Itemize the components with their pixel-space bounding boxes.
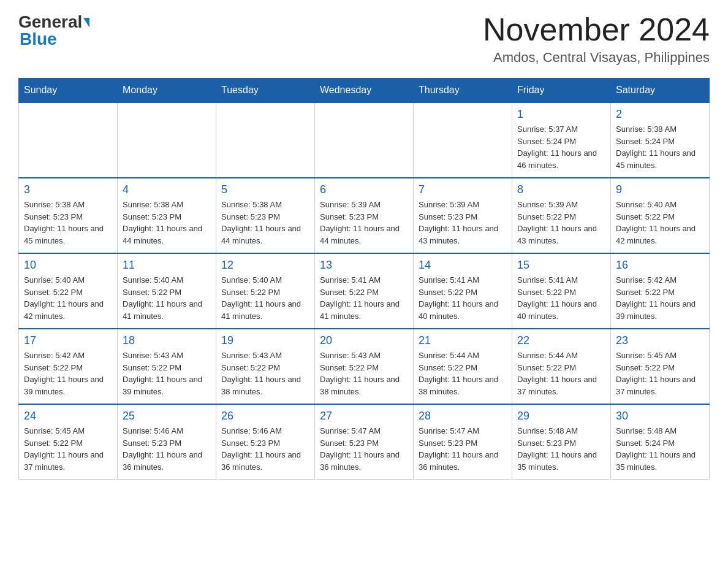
day-number: 11 [123, 259, 211, 272]
calendar-day-cell: 26Sunrise: 5:46 AMSunset: 5:23 PMDayligh… [216, 404, 315, 480]
day-info: Sunrise: 5:47 AMSunset: 5:23 PMDaylight:… [320, 425, 408, 473]
day-number: 2 [616, 108, 704, 121]
day-number: 3 [24, 183, 112, 196]
calendar-day-cell: 14Sunrise: 5:41 AMSunset: 5:22 PMDayligh… [414, 253, 512, 329]
calendar-day-cell [118, 102, 216, 178]
day-info: Sunrise: 5:45 AMSunset: 5:22 PMDaylight:… [616, 350, 704, 397]
day-info: Sunrise: 5:42 AMSunset: 5:22 PMDaylight:… [616, 274, 704, 322]
day-number: 23 [616, 334, 704, 347]
day-number: 18 [123, 334, 211, 347]
day-number: 19 [221, 334, 309, 347]
calendar-day-cell: 13Sunrise: 5:41 AMSunset: 5:22 PMDayligh… [315, 253, 414, 329]
day-of-week-header: Thursday [414, 79, 512, 103]
calendar-day-cell [19, 102, 118, 178]
day-number: 28 [419, 410, 507, 423]
location-subtitle: Amdos, Central Visayas, Philippines [483, 50, 710, 66]
calendar-day-cell: 8Sunrise: 5:39 AMSunset: 5:22 PMDaylight… [512, 178, 611, 253]
day-number: 13 [320, 259, 408, 272]
calendar-day-cell: 5Sunrise: 5:38 AMSunset: 5:23 PMDaylight… [216, 178, 315, 253]
day-info: Sunrise: 5:46 AMSunset: 5:23 PMDaylight:… [221, 425, 309, 473]
calendar-day-cell: 23Sunrise: 5:45 AMSunset: 5:22 PMDayligh… [611, 329, 710, 404]
day-number: 10 [24, 259, 112, 272]
day-info: Sunrise: 5:47 AMSunset: 5:23 PMDaylight:… [419, 425, 507, 473]
calendar-day-cell: 25Sunrise: 5:46 AMSunset: 5:23 PMDayligh… [118, 404, 216, 480]
day-info: Sunrise: 5:40 AMSunset: 5:22 PMDaylight:… [221, 274, 309, 322]
day-number: 12 [221, 259, 309, 272]
day-info: Sunrise: 5:44 AMSunset: 5:22 PMDaylight:… [419, 350, 507, 397]
day-info: Sunrise: 5:39 AMSunset: 5:23 PMDaylight:… [419, 199, 507, 247]
day-info: Sunrise: 5:41 AMSunset: 5:22 PMDaylight:… [320, 274, 408, 322]
day-of-week-header: Sunday [19, 79, 118, 103]
day-number: 9 [616, 183, 704, 196]
day-number: 15 [517, 259, 605, 272]
day-info: Sunrise: 5:40 AMSunset: 5:22 PMDaylight:… [616, 199, 704, 247]
day-number: 22 [517, 334, 605, 347]
day-number: 29 [517, 410, 605, 423]
day-info: Sunrise: 5:38 AMSunset: 5:24 PMDaylight:… [616, 123, 704, 171]
calendar-day-cell: 15Sunrise: 5:41 AMSunset: 5:22 PMDayligh… [512, 253, 611, 329]
day-info: Sunrise: 5:48 AMSunset: 5:24 PMDaylight:… [616, 425, 704, 473]
month-title: November 2024 [483, 12, 710, 47]
day-info: Sunrise: 5:48 AMSunset: 5:23 PMDaylight:… [517, 425, 605, 473]
calendar-day-cell: 1Sunrise: 5:37 AMSunset: 5:24 PMDaylight… [512, 102, 611, 178]
day-number: 21 [419, 334, 507, 347]
day-number: 14 [419, 259, 507, 272]
day-number: 6 [320, 183, 408, 196]
day-info: Sunrise: 5:38 AMSunset: 5:23 PMDaylight:… [123, 199, 211, 247]
day-info: Sunrise: 5:42 AMSunset: 5:22 PMDaylight:… [24, 350, 112, 397]
day-info: Sunrise: 5:37 AMSunset: 5:24 PMDaylight:… [517, 123, 605, 171]
day-info: Sunrise: 5:43 AMSunset: 5:22 PMDaylight:… [221, 350, 309, 397]
day-info: Sunrise: 5:39 AMSunset: 5:22 PMDaylight:… [517, 199, 605, 247]
day-number: 7 [419, 183, 507, 196]
calendar-day-cell: 7Sunrise: 5:39 AMSunset: 5:23 PMDaylight… [414, 178, 512, 253]
calendar-week-row: 1Sunrise: 5:37 AMSunset: 5:24 PMDaylight… [19, 102, 710, 178]
calendar-header-row: SundayMondayTuesdayWednesdayThursdayFrid… [19, 79, 710, 103]
day-of-week-header: Monday [118, 79, 216, 103]
day-info: Sunrise: 5:46 AMSunset: 5:23 PMDaylight:… [123, 425, 211, 473]
calendar-week-row: 24Sunrise: 5:45 AMSunset: 5:22 PMDayligh… [19, 404, 710, 480]
day-info: Sunrise: 5:43 AMSunset: 5:22 PMDaylight:… [320, 350, 408, 397]
day-number: 8 [517, 183, 605, 196]
logo-triangle-icon [83, 18, 89, 28]
calendar-day-cell: 27Sunrise: 5:47 AMSunset: 5:23 PMDayligh… [315, 404, 414, 480]
calendar-day-cell [216, 102, 315, 178]
calendar-day-cell: 30Sunrise: 5:48 AMSunset: 5:24 PMDayligh… [611, 404, 710, 480]
day-number: 30 [616, 410, 704, 423]
day-info: Sunrise: 5:38 AMSunset: 5:23 PMDaylight:… [24, 199, 112, 247]
calendar-day-cell: 16Sunrise: 5:42 AMSunset: 5:22 PMDayligh… [611, 253, 710, 329]
calendar-day-cell: 2Sunrise: 5:38 AMSunset: 5:24 PMDaylight… [611, 102, 710, 178]
calendar-day-cell: 19Sunrise: 5:43 AMSunset: 5:22 PMDayligh… [216, 329, 315, 404]
page-header: General Blue November 2024 Amdos, Centra… [18, 12, 710, 66]
day-info: Sunrise: 5:40 AMSunset: 5:22 PMDaylight:… [123, 274, 211, 322]
day-number: 4 [123, 183, 211, 196]
day-number: 27 [320, 410, 408, 423]
calendar-day-cell: 18Sunrise: 5:43 AMSunset: 5:22 PMDayligh… [118, 329, 216, 404]
calendar-day-cell: 11Sunrise: 5:40 AMSunset: 5:22 PMDayligh… [118, 253, 216, 329]
calendar-day-cell: 29Sunrise: 5:48 AMSunset: 5:23 PMDayligh… [512, 404, 611, 480]
day-number: 20 [320, 334, 408, 347]
logo: General Blue [18, 12, 89, 49]
calendar-day-cell: 28Sunrise: 5:47 AMSunset: 5:23 PMDayligh… [414, 404, 512, 480]
day-info: Sunrise: 5:39 AMSunset: 5:23 PMDaylight:… [320, 199, 408, 247]
calendar-day-cell: 22Sunrise: 5:44 AMSunset: 5:22 PMDayligh… [512, 329, 611, 404]
calendar-table: SundayMondayTuesdayWednesdayThursdayFrid… [18, 78, 710, 480]
calendar-day-cell: 10Sunrise: 5:40 AMSunset: 5:22 PMDayligh… [19, 253, 118, 329]
day-number: 5 [221, 183, 309, 196]
day-number: 16 [616, 259, 704, 272]
calendar-week-row: 3Sunrise: 5:38 AMSunset: 5:23 PMDaylight… [19, 178, 710, 253]
calendar-day-cell: 9Sunrise: 5:40 AMSunset: 5:22 PMDaylight… [611, 178, 710, 253]
day-number: 25 [123, 410, 211, 423]
day-number: 26 [221, 410, 309, 423]
logo-blue-text: Blue [20, 29, 57, 49]
day-of-week-header: Friday [512, 79, 611, 103]
calendar-day-cell: 4Sunrise: 5:38 AMSunset: 5:23 PMDaylight… [118, 178, 216, 253]
day-of-week-header: Tuesday [216, 79, 315, 103]
calendar-week-row: 17Sunrise: 5:42 AMSunset: 5:22 PMDayligh… [19, 329, 710, 404]
day-of-week-header: Saturday [611, 79, 710, 103]
day-info: Sunrise: 5:41 AMSunset: 5:22 PMDaylight:… [517, 274, 605, 322]
day-info: Sunrise: 5:43 AMSunset: 5:22 PMDaylight:… [123, 350, 211, 397]
calendar-day-cell: 12Sunrise: 5:40 AMSunset: 5:22 PMDayligh… [216, 253, 315, 329]
title-section: November 2024 Amdos, Central Visayas, Ph… [483, 12, 710, 66]
day-info: Sunrise: 5:45 AMSunset: 5:22 PMDaylight:… [24, 425, 112, 473]
day-of-week-header: Wednesday [315, 79, 414, 103]
